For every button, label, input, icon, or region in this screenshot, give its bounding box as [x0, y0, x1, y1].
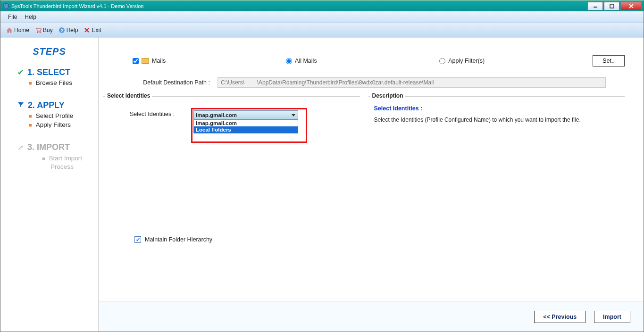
mails-option: Mails [133, 58, 286, 64]
toolbar: Home Buy ? Help Exit [0, 23, 644, 37]
apply-filters-radio[interactable] [439, 58, 445, 64]
toolbar-help-label: Help [67, 27, 78, 33]
panels: Select identities Select Identities : im… [99, 88, 644, 228]
titlebar: SysTools Thunderbird Import Wizard v4.1 … [0, 0, 644, 11]
description-legend: Description [370, 92, 405, 99]
check-icon: ✔ [17, 68, 24, 77]
window-controls [587, 2, 642, 10]
options-row: Mails All Mails Apply Filter(s) Set.. [99, 55, 644, 67]
apply-filters-option: Apply Filter(s) [439, 58, 593, 64]
footer: << Previous Import [99, 301, 644, 332]
description-panel: Description Select Identities : Select t… [368, 96, 625, 228]
all-mails-radio[interactable] [286, 58, 292, 64]
step-2: 2. APPLY [0, 97, 98, 110]
step-2-label: 2. APPLY [28, 100, 65, 110]
app-icon [2, 3, 9, 10]
exit-icon [84, 27, 90, 33]
home-icon [6, 27, 13, 33]
all-mails-option: All Mails [286, 58, 439, 64]
step-1-label: 1. SELECT [27, 67, 70, 77]
content: Mails All Mails Apply Filter(s) Set.. De… [99, 38, 644, 332]
cart-icon [35, 27, 42, 33]
window-title: SysTools Thunderbird Import Wizard v4.1 … [11, 3, 587, 9]
menubar: File Help [0, 11, 644, 23]
help-icon: ? [59, 27, 65, 33]
sidebar: STEPS ✔ 1. SELECT ■Browse Files 2. APPLY… [0, 38, 99, 332]
sidebar-apply-filters[interactable]: ■Apply Filters [0, 119, 98, 128]
sidebar-select-profile[interactable]: ■Select Profile [0, 110, 98, 119]
svg-rect-0 [594, 7, 597, 8]
svg-point-3 [40, 32, 41, 33]
toolbar-exit-label: Exit [92, 27, 101, 33]
maintain-checkbox[interactable]: ✔ [134, 236, 141, 243]
close-button[interactable] [620, 2, 642, 10]
import-button[interactable]: Import [594, 311, 630, 323]
combo-item-local[interactable]: Local Folders [194, 126, 298, 133]
all-mails-label: All Mails [295, 58, 317, 64]
toolbar-help[interactable]: ? Help [56, 26, 81, 34]
maintain-text: Maintain Folder Hierarchy [145, 236, 212, 243]
svg-rect-1 [610, 4, 614, 8]
maintain-checkbox-label[interactable]: ✔ Maintain Folder Hierarchy [134, 236, 644, 243]
toolbar-home[interactable]: Home [3, 26, 32, 34]
toolbar-buy-label: Buy [43, 27, 53, 33]
description-title: Select Identities : [368, 105, 625, 116]
step-3-label: 3. IMPORT [27, 142, 70, 152]
combo-selected[interactable]: imap.gmail.com [193, 110, 298, 120]
folder-icon [142, 58, 149, 64]
step-1: ✔ 1. SELECT [0, 64, 98, 77]
menu-file[interactable]: File [4, 13, 21, 21]
select-identities-label: Select Identities : [130, 108, 191, 117]
svg-point-2 [37, 32, 38, 33]
set-button[interactable]: Set.. [593, 55, 625, 66]
combo-item-gmail[interactable]: imap.gmail.com [194, 120, 298, 126]
identities-combobox[interactable]: imap.gmail.com imap.gmail.com Local Fold… [193, 110, 305, 133]
steps-title: STEPS [0, 46, 98, 57]
menu-help[interactable]: Help [21, 13, 40, 21]
select-identities-legend: Select identities [105, 92, 152, 99]
svg-text:?: ? [60, 28, 63, 33]
description-text: Select the Identities (Profile Configure… [368, 116, 625, 123]
filter-icon [17, 101, 24, 109]
toolbar-home-label: Home [14, 27, 29, 33]
combo-dropdown: imap.gmail.com Local Folders [193, 120, 298, 133]
sidebar-browse-files[interactable]: ■Browse Files [0, 77, 98, 86]
destination-input[interactable] [217, 77, 606, 88]
highlight-box: imap.gmail.com imap.gmail.com Local Fold… [191, 108, 307, 143]
sidebar-start-import: ■Start Import Process [17, 152, 83, 171]
arrow-icon: ➚ [17, 143, 24, 152]
previous-button[interactable]: << Previous [534, 311, 585, 323]
maximize-button[interactable] [604, 2, 619, 10]
main-area: STEPS ✔ 1. SELECT ■Browse Files 2. APPLY… [0, 37, 644, 332]
destination-label: Default Destination Path : [133, 79, 217, 86]
minimize-button[interactable] [587, 2, 603, 10]
maintain-row: ✔ Maintain Folder Hierarchy [99, 228, 644, 243]
apply-filters-label: Apply Filter(s) [448, 58, 485, 64]
toolbar-buy[interactable]: Buy [32, 26, 56, 34]
mails-label: Mails [152, 58, 166, 64]
destination-row: Default Destination Path : [99, 67, 644, 88]
toolbar-exit[interactable]: Exit [81, 26, 104, 34]
identities-row: Select Identities : imap.gmail.com imap.… [103, 105, 360, 143]
step-3: ➚ 3. IMPORT [0, 139, 98, 152]
select-identities-panel: Select identities Select Identities : im… [103, 96, 360, 228]
mails-checkbox[interactable] [133, 58, 139, 64]
